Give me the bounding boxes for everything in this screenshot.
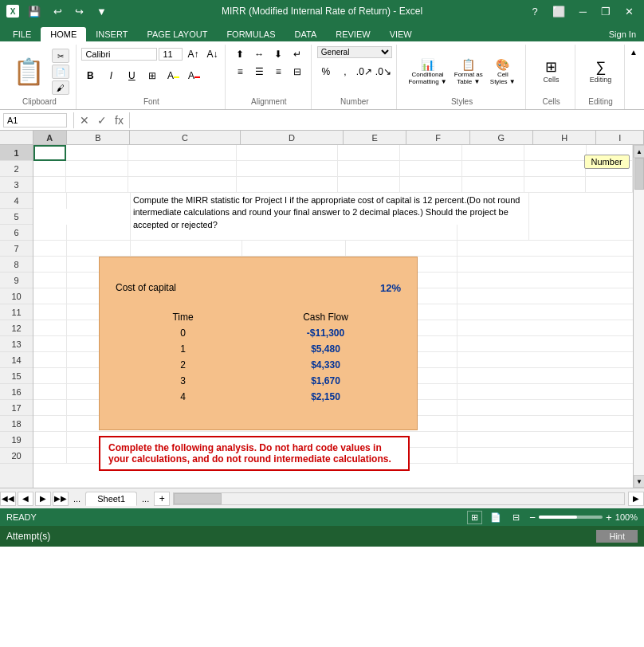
cell-a10[interactable] bbox=[33, 288, 67, 304]
cell-e1[interactable] bbox=[338, 145, 400, 161]
scroll-thumb[interactable] bbox=[634, 158, 644, 190]
cell-a1[interactable] bbox=[33, 145, 66, 161]
tab-file[interactable]: FILE bbox=[3, 27, 41, 41]
sheet-add-btn[interactable]: + bbox=[154, 492, 170, 506]
function-icon[interactable]: fx bbox=[112, 113, 126, 127]
comma-btn[interactable]: , bbox=[336, 64, 354, 80]
fill-color-btn[interactable]: A▬ bbox=[164, 68, 182, 84]
sheet-ellipsis-right[interactable]: ... bbox=[137, 492, 154, 505]
zoom-in-btn[interactable]: + bbox=[606, 512, 612, 523]
sheet-first-btn[interactable]: ◀◀ bbox=[0, 492, 16, 506]
cell-g2[interactable] bbox=[462, 161, 524, 177]
cell-a7[interactable] bbox=[33, 241, 67, 257]
italic-btn[interactable]: I bbox=[102, 68, 120, 84]
sheet-next-btn[interactable]: ▶ bbox=[35, 492, 51, 506]
conditional-formatting-btn[interactable]: 📊 ConditionalFormatting ▼ bbox=[406, 56, 449, 88]
row-6[interactable]: 6 bbox=[0, 225, 33, 241]
tab-data[interactable]: DATA bbox=[285, 27, 327, 41]
format-table-btn[interactable]: 📋 Format asTable ▼ bbox=[452, 56, 485, 88]
help-btn[interactable]: ? bbox=[528, 4, 542, 19]
bold-btn[interactable]: B bbox=[81, 68, 99, 84]
align-bottom-btn[interactable]: ⬇ bbox=[269, 46, 287, 62]
redo-btn[interactable]: ↪ bbox=[71, 4, 88, 19]
minimize-btn[interactable]: ─ bbox=[575, 4, 591, 19]
row-4[interactable]: 4 bbox=[0, 193, 33, 209]
cell-h1[interactable] bbox=[524, 145, 587, 161]
underline-btn[interactable]: U bbox=[123, 68, 140, 84]
cell-a11[interactable] bbox=[33, 304, 67, 320]
col-header-h[interactable]: H bbox=[533, 131, 596, 144]
sheet-ellipsis-left[interactable]: ... bbox=[69, 492, 85, 505]
row-3[interactable]: 3 bbox=[0, 177, 33, 193]
cut-btn[interactable]: ✂ bbox=[52, 49, 69, 63]
format-painter-btn[interactable]: 🖌 bbox=[52, 80, 69, 95]
col-header-i[interactable]: I bbox=[596, 131, 644, 144]
tab-view[interactable]: VIEW bbox=[380, 27, 422, 41]
col-header-d[interactable]: D bbox=[241, 131, 344, 144]
cells-btn[interactable]: ⊞ Cells bbox=[537, 57, 566, 87]
scroll-down-btn[interactable]: ▼ bbox=[634, 475, 644, 488]
row-9[interactable]: 9 bbox=[0, 273, 33, 288]
formula-input[interactable] bbox=[133, 115, 641, 126]
sheet-prev-btn[interactable]: ◀ bbox=[18, 492, 33, 506]
cell-a4[interactable] bbox=[33, 193, 67, 209]
close-btn[interactable]: ✕ bbox=[621, 4, 638, 19]
h-scrollbar[interactable] bbox=[173, 492, 625, 505]
cell-c3[interactable] bbox=[128, 177, 237, 193]
row-14[interactable]: 14 bbox=[0, 352, 33, 368]
editing-btn[interactable]: ∑ Editing bbox=[586, 57, 616, 87]
cell-h2[interactable] bbox=[524, 161, 587, 177]
cell-styles-btn[interactable]: 🎨 CellStyles ▼ bbox=[488, 56, 518, 88]
percent-btn[interactable]: % bbox=[317, 64, 335, 80]
cell-a16[interactable] bbox=[33, 384, 67, 400]
col-header-b[interactable]: B bbox=[67, 131, 130, 144]
scroll-up-btn[interactable]: ▲ bbox=[634, 145, 644, 158]
col-header-g[interactable]: G bbox=[470, 131, 533, 144]
font-shrink-btn[interactable]: A↓ bbox=[203, 46, 221, 62]
save-quick-btn[interactable]: 💾 bbox=[24, 4, 45, 19]
cell-a2[interactable] bbox=[33, 161, 66, 177]
customize-btn[interactable]: ▼ bbox=[92, 4, 111, 19]
align-center-btn[interactable]: ☰ bbox=[250, 64, 268, 80]
row-5[interactable]: 5 bbox=[0, 209, 33, 225]
copy-btn[interactable]: 📄 bbox=[52, 65, 69, 79]
merge-btn[interactable]: ⊟ bbox=[289, 64, 306, 80]
cell-h3[interactable] bbox=[524, 177, 587, 193]
page-break-btn[interactable]: ⊟ bbox=[509, 512, 523, 523]
sheet-last-btn[interactable]: ▶▶ bbox=[53, 492, 69, 506]
border-btn[interactable]: ⊞ bbox=[143, 68, 161, 84]
collapse-ribbon-btn[interactable]: ▲ bbox=[626, 45, 641, 60]
row-18[interactable]: 18 bbox=[0, 416, 33, 432]
font-grow-btn[interactable]: A↑ bbox=[184, 46, 202, 62]
font-color-btn[interactable]: A▬ bbox=[185, 68, 202, 84]
font-name-input[interactable] bbox=[81, 48, 157, 61]
normal-view-btn[interactable]: ⊞ bbox=[467, 511, 482, 524]
cell-a20[interactable] bbox=[33, 448, 67, 464]
row-1[interactable]: 1 bbox=[0, 145, 33, 161]
cell-i3[interactable] bbox=[586, 177, 633, 193]
align-middle-btn[interactable]: ↔ bbox=[250, 46, 268, 62]
cell-b1[interactable] bbox=[66, 145, 128, 161]
row-20[interactable]: 20 bbox=[0, 448, 33, 464]
cell-a9[interactable] bbox=[33, 273, 67, 288]
cell-g1[interactable] bbox=[462, 145, 524, 161]
cell-a18[interactable] bbox=[33, 416, 67, 432]
cell-b6-wide[interactable] bbox=[67, 225, 457, 241]
row-16[interactable]: 16 bbox=[0, 384, 33, 400]
zoom-out-btn[interactable]: − bbox=[529, 512, 536, 523]
cell-a6[interactable] bbox=[33, 225, 67, 241]
row-19[interactable]: 19 bbox=[0, 432, 33, 448]
tab-page-layout[interactable]: PAGE LAYOUT bbox=[137, 27, 217, 41]
row-11[interactable]: 11 bbox=[0, 304, 33, 320]
row-13[interactable]: 13 bbox=[0, 336, 33, 352]
scroll-track[interactable] bbox=[634, 158, 644, 475]
tab-home[interactable]: HOME bbox=[41, 27, 86, 41]
name-box[interactable] bbox=[3, 113, 67, 127]
wrap-text-btn[interactable]: ↵ bbox=[289, 46, 306, 62]
cell-a12[interactable] bbox=[33, 320, 67, 336]
h-scroll-right-btn[interactable]: ▶ bbox=[628, 492, 644, 506]
align-left-btn[interactable]: ≡ bbox=[231, 64, 249, 80]
confirm-icon[interactable]: ✓ bbox=[95, 113, 109, 127]
cell-e2[interactable] bbox=[338, 161, 400, 177]
tab-review[interactable]: REVIEW bbox=[326, 27, 379, 41]
